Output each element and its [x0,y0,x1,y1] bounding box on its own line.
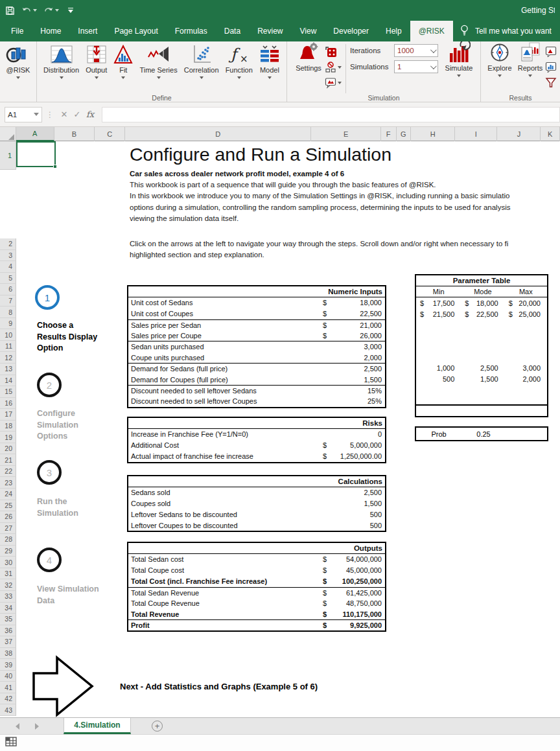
row-header[interactable]: 28 [0,534,16,546]
row-header[interactable]: 31 [0,568,16,580]
macro-record-icon[interactable] [5,737,17,749]
row-header[interactable]: 5 [0,273,16,284]
row-header[interactable]: 16 [0,398,16,410]
table-header[interactable]: Calculations [128,476,385,487]
enter-icon[interactable]: ✓ [71,110,84,119]
correlation-button[interactable]: Correlation [184,43,219,79]
model-button[interactable]: Model [259,43,280,79]
tab-page-layout[interactable]: Page Layout [106,21,166,41]
tab-formulas[interactable]: Formulas [167,21,216,41]
insert-function-icon[interactable]: fx [84,110,97,119]
distribution-button[interactable]: Distribution [43,43,79,79]
row-header-1[interactable]: 1 [0,141,16,170]
row-header[interactable]: 23 [0,477,16,489]
row-header[interactable]: 33 [0,591,16,603]
col-min[interactable]: Min [416,288,461,295]
simulate-button[interactable]: Simulate [439,41,478,93]
row-header[interactable]: 22 [0,466,16,478]
row-header[interactable]: 3 [0,250,16,262]
col-mode[interactable]: Mode [461,288,504,295]
row-header[interactable]: 24 [0,489,16,500]
row-header[interactable]: 36 [0,625,16,637]
row-header[interactable]: 27 [0,523,16,535]
step-3-circle[interactable]: 3 [37,460,62,485]
simulations-dropdown[interactable]: 1 [394,60,438,73]
cancel-icon[interactable]: ✕ [58,110,71,119]
formula-input[interactable] [102,107,560,122]
parameter-empty-row[interactable] [415,406,548,417]
row-header[interactable]: 7 [0,295,16,307]
col-header-B[interactable]: B [54,127,95,141]
reports-button[interactable]: Reports [515,41,545,89]
name-box[interactable]: A1 [5,107,42,122]
row-header[interactable]: 15 [0,386,16,398]
next-sheet-arrow-icon[interactable] [35,723,39,730]
tab-view[interactable]: View [292,21,325,41]
step-4-circle[interactable]: 4 [37,548,62,572]
save-icon[interactable] [5,6,15,16]
row-header[interactable]: 20 [0,443,16,455]
row-header[interactable]: 21 [0,454,16,466]
output-button[interactable]: Output [86,43,107,79]
row-header[interactable]: 6 [0,284,16,295]
tab-atrisk[interactable]: @RISK [410,21,453,41]
row-header[interactable]: 26 [0,511,16,523]
fill-handle[interactable] [53,165,57,168]
worksheet[interactable]: 1 23456789101112131415161718192021222324… [0,141,560,717]
select-all-corner[interactable] [0,127,16,141]
tab-file[interactable]: File [3,21,32,41]
add-sheet-icon[interactable]: + [152,721,163,732]
row-header[interactable]: 18 [0,421,16,432]
tab-insert[interactable]: Insert [69,21,106,41]
row-header[interactable]: 17 [0,409,16,421]
row-header[interactable]: 12 [0,352,16,364]
redo-icon[interactable] [43,6,59,15]
iterations-dropdown[interactable]: 1000 [394,44,438,57]
col-header-F[interactable]: F [381,127,397,141]
col-header-I[interactable]: I [455,127,497,141]
customize-qat-icon[interactable] [68,8,73,14]
redo-caret[interactable] [55,9,59,12]
col-max[interactable]: Max [505,288,547,295]
browse-results-blue-button[interactable] [545,60,557,74]
table-header[interactable]: Numeric Inputs [128,286,385,297]
col-header-G[interactable]: G [397,127,412,141]
col-header-D[interactable]: D [125,127,311,141]
step-2-circle[interactable]: 2 [37,373,62,397]
col-header-J[interactable]: J [497,127,541,141]
col-header-E[interactable]: E [311,127,381,141]
tell-me-box[interactable]: Tell me what you want [453,21,552,41]
show-graph-callout-button[interactable] [325,76,342,89]
row-header[interactable]: 19 [0,432,16,443]
row-header[interactable]: 34 [0,603,16,614]
browse-results-red-button[interactable] [545,45,557,58]
col-header-K[interactable]: K [541,127,560,141]
tab-help[interactable]: Help [377,21,410,41]
col-header-C[interactable]: C [95,127,125,141]
tab-data[interactable]: Data [216,21,249,41]
settings-button[interactable]: Settings [292,41,325,93]
row-header[interactable]: 2 [0,238,16,250]
row-header[interactable]: 41 [0,682,16,693]
atrisk-button[interactable]: @RISK [6,43,30,79]
random-static-recalc-button[interactable] [325,45,342,58]
row-header[interactable]: 43 [0,704,16,716]
row-header[interactable]: 25 [0,500,16,512]
row-header[interactable]: 32 [0,579,16,591]
row-header[interactable]: 37 [0,636,16,648]
active-cell-A1[interactable] [16,141,56,167]
prob-label[interactable]: Prob [416,430,461,438]
prev-sheet-arrow-icon[interactable] [16,723,19,730]
table-header[interactable]: Outputs [128,543,385,554]
col-header-H[interactable]: H [411,127,455,141]
undo-icon[interactable] [21,6,37,15]
row-header[interactable]: 9 [0,318,16,330]
row-header[interactable]: 13 [0,364,16,375]
row-header[interactable]: 40 [0,671,16,682]
undo-caret[interactable] [33,9,37,12]
row-header[interactable]: 11 [0,341,16,352]
tab-home[interactable]: Home [32,21,69,41]
table-header[interactable]: Risks [128,418,385,429]
sheet-tab-simulation[interactable]: 4.Simulation [64,718,131,734]
row-header[interactable]: 29 [0,546,16,557]
